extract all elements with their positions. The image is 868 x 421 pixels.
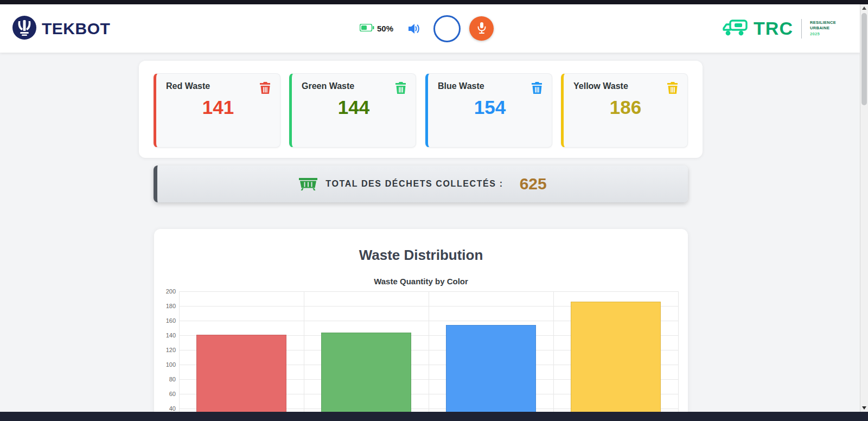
- microphone-icon: [476, 22, 487, 36]
- trc-name: TRC: [754, 18, 793, 39]
- dumpster-icon: [298, 176, 318, 193]
- trc-tagline-year: 2025: [810, 31, 836, 37]
- bar-blue-waste[interactable]: [446, 325, 536, 421]
- battery-percent: 50%: [377, 24, 393, 33]
- card-label: Blue Waste: [438, 81, 484, 91]
- waste-cards-panel: Red Waste 141 Green Waste: [139, 61, 703, 158]
- trash-icon[interactable]: [395, 81, 407, 94]
- waste-card-green: Green Waste 144: [289, 73, 416, 148]
- bar-yellow-waste[interactable]: [571, 302, 661, 421]
- brand-name: TEKBOT: [42, 20, 110, 38]
- trash-icon[interactable]: [259, 81, 271, 94]
- bar-chart-plot: 200180160140120100806040: [179, 291, 678, 421]
- chart-gridline-vertical: [179, 291, 180, 421]
- waste-card-yellow: Yellow Waste 186: [561, 73, 688, 148]
- chart-panel-title: Waste Distribution: [154, 229, 688, 264]
- y-axis-tick-label: 160: [156, 317, 176, 324]
- total-label: TOTAL DES DÉCHETS COLLECTÉS :: [326, 179, 503, 189]
- bar-green-waste[interactable]: [321, 333, 411, 421]
- trc-tagline: RESILIENCE URBAINE 2025: [810, 20, 836, 37]
- card-value: 154: [428, 97, 552, 118]
- tekbot-logo-icon: [12, 15, 37, 42]
- trash-icon[interactable]: [667, 81, 679, 94]
- y-axis-tick-label: 100: [156, 361, 176, 368]
- trc-tagline-line1: RESILIENCE: [810, 20, 836, 26]
- window-top-edge: [0, 0, 868, 4]
- total-collected-banner: TOTAL DES DÉCHETS COLLECTÉS : 625: [154, 165, 688, 202]
- scrollbar-thumb[interactable]: [861, 13, 867, 105]
- app-header: TEKBOT 50%: [0, 4, 860, 53]
- chart-gridline-vertical: [429, 291, 429, 421]
- waste-distribution-panel: Waste Distribution Waste Quantity by Col…: [154, 229, 688, 421]
- trash-icon[interactable]: [531, 81, 543, 94]
- chart-title: Waste Quantity by Color: [154, 277, 688, 286]
- y-axis-tick-label: 200: [156, 288, 176, 295]
- total-value: 625: [520, 175, 547, 193]
- microphone-button[interactable]: [469, 16, 494, 41]
- chart-gridline-vertical: [553, 291, 554, 421]
- card-value: 186: [564, 97, 687, 118]
- card-value: 141: [156, 97, 280, 118]
- scrollbar-down-arrow[interactable]: [860, 404, 868, 412]
- trc-truck-icon: [722, 18, 749, 40]
- y-axis-tick-label: 80: [156, 376, 176, 382]
- y-axis-tick-label: 140: [156, 332, 176, 339]
- header-controls: 50%: [360, 4, 494, 53]
- status-circle-button[interactable]: [433, 15, 461, 42]
- chart-gridline-vertical: [678, 291, 679, 421]
- speaker-icon[interactable]: [407, 23, 420, 35]
- y-axis-tick-label: 180: [156, 303, 176, 309]
- y-axis-tick-label: 60: [156, 391, 176, 397]
- scrollbar-up-arrow[interactable]: [860, 4, 868, 12]
- chart-gridline-vertical: [304, 291, 304, 421]
- tekbot-logo[interactable]: TEKBOT: [12, 15, 110, 42]
- trc-logo: TRC RESILIENCE URBAINE 2025: [722, 18, 836, 40]
- battery-icon: [360, 24, 374, 34]
- card-label: Red Waste: [166, 81, 210, 91]
- card-label: Green Waste: [302, 81, 354, 91]
- battery-indicator: 50%: [360, 24, 393, 34]
- waste-card-blue: Blue Waste 154: [425, 73, 552, 148]
- scrollbar[interactable]: [860, 4, 868, 412]
- card-value: 144: [292, 97, 416, 118]
- trc-tagline-line2: URBAINE: [810, 25, 836, 31]
- window-bottom-edge: [0, 412, 868, 421]
- card-label: Yellow Waste: [573, 81, 628, 91]
- y-axis-tick-label: 120: [156, 347, 176, 353]
- trc-divider: [801, 19, 802, 39]
- waste-card-red: Red Waste 141: [154, 73, 280, 148]
- y-axis-tick-label: 40: [156, 405, 176, 412]
- bar-red-waste[interactable]: [196, 335, 286, 421]
